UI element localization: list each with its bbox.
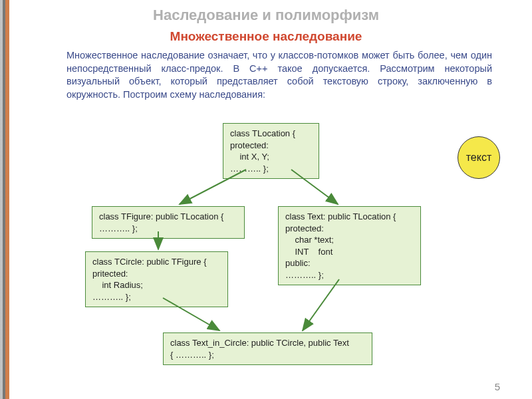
class-box-text-in-circle: class Text_in_Circle: public TCircle, pu…	[163, 332, 372, 365]
circle-label: текст	[458, 136, 500, 179]
inheritance-diagram: class TLocation { protected: int X, Y; ……	[0, 0, 532, 399]
class-box-tlocation: class TLocation { protected: int X, Y; ……	[223, 123, 319, 179]
class-box-tcircle: class TCircle: public TFigure { pritecte…	[85, 251, 228, 307]
class-box-tfigure: class TFigure: public TLocation { ……….. …	[92, 206, 245, 239]
slide-number: 5	[495, 381, 500, 392]
arrow-text-textincircle	[303, 279, 339, 331]
class-box-text: class Text: public TLocation { protected…	[278, 206, 421, 285]
